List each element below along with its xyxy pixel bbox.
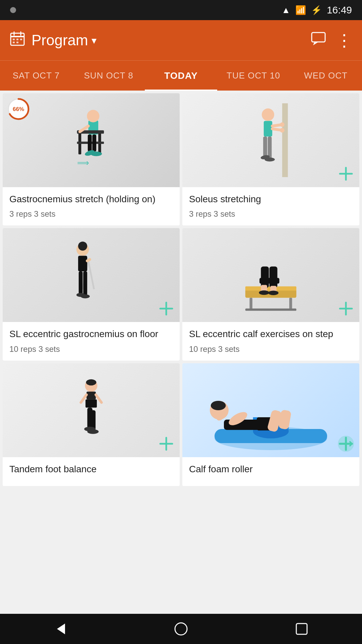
app-header: Program ▾ ⋮ [0,20,362,60]
svg-rect-46 [79,271,83,294]
svg-rect-21 [92,135,96,152]
tab-sat-oct-7[interactable]: SAT OCT 7 [0,61,72,91]
bottom-navigation [0,614,362,644]
header-title: Program ▾ [32,32,304,49]
exercise-card-sl-eccentric-gastrocnemius[interactable]: SL eccentric gastrocnemius on floor 10 r… [3,228,180,360]
svg-rect-98 [296,624,307,634]
header-title-text: Program [32,32,88,49]
svg-rect-69 [85,399,97,408]
tab-tue-oct-10[interactable]: TUE OCT 10 [217,61,290,91]
add-button-4[interactable] [337,300,355,317]
status-right: ▲ 📶 ⚡ 16:49 [282,4,352,16]
exercise-card-gastrocnemius-stretch[interactable]: 66% [3,93,180,225]
exercise-image-6 [182,363,359,457]
exercise-reps-3: 10 reps 3 sets [9,344,173,354]
tab-wed-oct[interactable]: WED OCT [290,61,362,91]
exercise-image-4 [182,228,359,322]
svg-point-36 [264,158,275,162]
exercise-info-6: Calf foam roller [182,457,359,486]
exercise-image-5 [3,363,180,457]
tab-sun-oct-8[interactable]: SUN OCT 8 [72,61,145,91]
exercise-info-4: SL eccentric calf exercises on step 10 r… [182,322,359,360]
exercise-image-2 [182,93,359,187]
svg-point-43 [78,242,87,251]
chat-icon[interactable] [311,31,326,49]
status-left [10,7,16,13]
exercise-card-soleus-stretching[interactable]: Soleus stretching 3 reps 3 sets [182,93,359,225]
svg-point-49 [81,294,90,299]
exercise-card-tandem-foot-balance[interactable]: Tandem foot balance [3,363,180,486]
signal-icon: 📶 [295,5,306,15]
exercise-figure-3 [54,238,128,312]
exercise-figure-6 [182,363,359,457]
exercise-image-1: 66% [3,93,180,187]
svg-rect-6 [20,39,22,40]
svg-rect-5 [16,39,18,40]
exercise-info-1: Gastrocnemius stretch (holding on) 3 rep… [3,187,180,225]
svg-rect-9 [312,33,325,42]
exercise-card-calf-foam-roller[interactable]: Calf foam roller [182,363,359,486]
battery-icon: ⚡ [311,5,322,15]
exercise-figure-5 [58,377,125,444]
status-bar: ▲ 📶 ⚡ 16:49 [0,0,362,20]
svg-line-40 [88,261,94,289]
time-display: 16:49 [327,4,352,16]
exercise-name-5: Tandem foot balance [9,463,173,475]
add-button-2[interactable] [337,165,355,182]
svg-rect-8 [16,42,18,43]
notification-dot [10,7,16,13]
add-button-3[interactable] [158,300,175,317]
svg-rect-68 [86,391,96,399]
svg-rect-58 [269,267,278,288]
svg-point-90 [211,401,226,410]
exercise-figure-1: ⟹ [54,103,128,177]
exercise-card-sl-eccentric-calf[interactable]: SL eccentric calf exercises on step 10 r… [182,228,359,360]
home-button[interactable] [168,615,194,642]
svg-rect-44 [78,256,87,272]
svg-rect-57 [261,267,269,288]
svg-rect-47 [83,271,87,296]
svg-marker-96 [57,624,65,634]
svg-rect-33 [263,137,267,156]
dropdown-chevron-icon[interactable]: ▾ [92,35,97,46]
exercise-image-3 [3,228,180,322]
svg-text:⟹: ⟹ [77,158,89,167]
svg-rect-7 [13,42,15,43]
svg-rect-56 [245,309,296,311]
exercise-name-6: Calf foam roller [189,463,353,475]
exercise-reps-4: 10 reps 3 sets [189,344,353,354]
svg-point-27 [262,108,274,121]
calendar-icon[interactable] [10,31,25,49]
svg-point-97 [175,623,187,635]
add-button-6[interactable] [337,435,355,452]
header-actions: ⋮ [311,31,352,50]
exercise-figure-4 [234,238,308,312]
exercise-name-4: SL eccentric calf exercises on step [189,328,353,340]
exercise-figure-2 [234,103,308,177]
tab-today[interactable]: TODAY [145,61,217,91]
exercise-grid: 66% [3,93,359,486]
svg-point-31 [280,122,285,127]
exercise-info-2: Soleus stretching 3 reps 3 sets [182,187,359,225]
date-tabs: SAT OCT 7 SUN OCT 8 TODAY TUE OCT 10 WED… [0,60,362,91]
progress-badge: 66% [7,97,30,121]
exercise-name-1: Gastrocnemius stretch (holding on) [9,193,173,205]
svg-text:66%: 66% [13,106,24,112]
svg-rect-4 [13,39,15,40]
wifi-icon: ▲ [282,5,290,15]
svg-point-32 [280,128,285,133]
svg-point-67 [86,379,97,385]
back-button[interactable] [47,615,74,642]
recents-button[interactable] [288,615,315,642]
exercise-name-3: SL eccentric gastrocnemius on floor [9,328,173,340]
add-button-5[interactable] [158,435,175,452]
svg-rect-1 [11,36,24,37]
svg-rect-26 [282,103,288,177]
svg-rect-59 [259,278,279,284]
main-content: 66% [0,91,362,614]
exercise-info-5: Tandem foot balance [3,457,180,486]
more-options-icon[interactable]: ⋮ [336,31,352,50]
exercise-name-2: Soleus stretching [189,193,353,205]
exercise-info-3: SL eccentric gastrocnemius on floor 10 r… [3,322,180,360]
exercise-reps-2: 3 reps 3 sets [189,209,353,219]
